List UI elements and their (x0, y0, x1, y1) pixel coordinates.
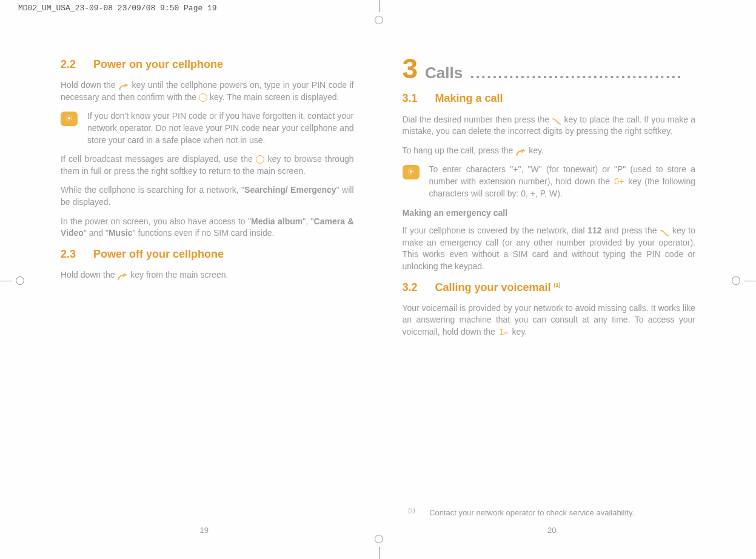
para-2-2-3: While the cellphone is searching for a n… (61, 184, 354, 208)
para-2-3-1: Hold down the key from the main screen. (61, 269, 354, 281)
text: Hold down the (61, 80, 118, 90)
tip-box: If you don't know your PIN code or if yo… (61, 110, 354, 146)
ok-key-icon (256, 155, 264, 164)
send-key-icon (660, 228, 669, 235)
lightbulb-icon (403, 165, 420, 179)
para-3-1-1: Dial the desired number then press the k… (403, 114, 696, 138)
zero-key-icon: 0+ (613, 176, 625, 188)
para-3-1-3: If your cellphone is covered by the netw… (403, 225, 696, 272)
para-3-2-1: Your voicemail is provided by your netwo… (403, 303, 696, 338)
svg-point-3 (118, 279, 119, 280)
text: " and " (84, 228, 109, 238)
svg-point-0 (119, 89, 121, 90)
bold-text: Music (109, 228, 133, 238)
tip-text: To enter characters "+", "W" (for tonewa… (429, 164, 696, 199)
page-spread: 2.2 Power on your cellphone Hold down th… (30, 30, 726, 541)
section-2-2-heading: 2.2 Power on your cellphone (61, 57, 354, 72)
section-number: 3.2 (403, 281, 418, 293)
section-2-3-heading: 2.3 Power off your cellphone (61, 247, 354, 262)
svg-point-4 (517, 155, 518, 156)
one-key-icon: 1∞ (498, 326, 510, 338)
text: and press the (602, 226, 660, 235)
chapter-dots: ...................................... (470, 62, 695, 84)
text: key from the main screen. (130, 270, 228, 280)
end-key-icon (515, 147, 526, 155)
section-3-2-heading: 3.2 Calling your voicemail (1) (403, 280, 696, 295)
section-3-1-heading: 3.1 Making a call (403, 91, 696, 106)
print-header: MD02_UM_USA_23-09-08 23/09/08 9:50 Page … (18, 4, 217, 13)
chapter-title: Calls (425, 62, 463, 84)
text: If cell broadcast messages are displayed… (61, 154, 256, 164)
footnote-marker: (1) (409, 507, 415, 514)
page-right: 3 Calls ................................… (378, 30, 726, 541)
tip-text: If you don't know your PIN code or if yo… (87, 110, 354, 146)
section-title: Calling your voicemail (1) (435, 281, 561, 293)
para-3-1-2: To hang up the call, press the key. (403, 145, 696, 157)
footnote: (1) Contact your network operator to che… (409, 507, 696, 519)
bold-text: Media album (251, 216, 303, 226)
text: While the cellphone is searching for a n… (61, 185, 244, 195)
subheading-emergency: Making an emergency call (403, 207, 696, 219)
section-title: Making a call (435, 92, 503, 104)
text: To hang up the call, press the (403, 146, 516, 155)
tip-box: To enter characters "+", "W" (for tonewa… (403, 164, 696, 199)
text: key. The main screen is displayed. (210, 92, 339, 102)
crop-mark-right (732, 272, 756, 290)
section-title: Power off your cellphone (93, 248, 224, 260)
text: If your cellphone is covered by the netw… (403, 226, 588, 235)
end-key-icon (118, 82, 129, 89)
text: In the power on screen, you also have ac… (61, 216, 251, 226)
svg-point-6 (410, 170, 412, 173)
svg-point-2 (68, 117, 70, 119)
text: key. (529, 146, 544, 155)
chapter-number: 3 (403, 55, 418, 82)
section-number: 3.1 (403, 92, 418, 104)
page-number: 20 (378, 525, 726, 536)
crop-mark-top (370, 0, 388, 24)
text: Your voicemail is provided by your netwo… (403, 303, 696, 336)
section-number: 2.3 (61, 248, 76, 260)
section-number: 2.2 (61, 58, 76, 70)
para-2-2-1: Hold down the key until the cellphone po… (61, 79, 354, 103)
bold-text: Searching/ Emergency (244, 185, 336, 195)
text: ", " (303, 216, 313, 226)
lightbulb-icon (61, 112, 78, 126)
chapter-heading: 3 Calls ................................… (403, 55, 696, 84)
end-key-icon (117, 272, 128, 279)
send-key-icon (552, 116, 561, 124)
footnote-ref: (1) (554, 282, 561, 288)
footnote-text: Contact your network operator to check s… (429, 509, 634, 518)
text: key. (512, 327, 527, 336)
para-2-2-4: In the power on screen, you also have ac… (61, 216, 354, 239)
text: Calling your voicemail (435, 281, 554, 293)
ok-key-icon (199, 93, 207, 102)
text: " functions even if no SIM card inside. (133, 228, 275, 238)
page-number: 19 (30, 525, 378, 536)
crop-mark-left (0, 272, 24, 290)
text: Hold down the (61, 270, 117, 280)
para-2-2-2: If cell broadcast messages are displayed… (61, 153, 354, 177)
section-title: Power on your cellphone (93, 58, 223, 70)
page-left: 2.2 Power on your cellphone Hold down th… (30, 30, 378, 541)
text: Dial the desired number then press the (403, 115, 552, 124)
bold-text: 112 (587, 226, 601, 235)
